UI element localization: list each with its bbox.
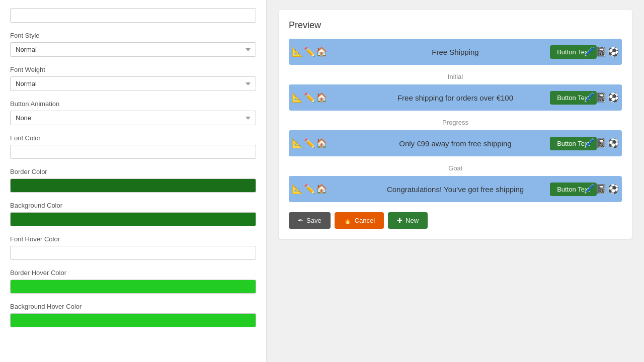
background-hover-color-group: Background Hover Color — [10, 303, 256, 327]
font-color-group: Font Color — [10, 134, 256, 159]
house-icon-2: 🏠 — [316, 93, 327, 102]
pencil-icon-3: ✏️ — [304, 139, 315, 148]
new-label: New — [406, 217, 419, 224]
preview-panel: Preview 📐 ✏️ 🏠 Free Shipping Button Text… — [267, 0, 644, 362]
save-label: Save — [306, 217, 321, 224]
supplies-left-4: 📐 ✏️ 🏠 — [289, 176, 334, 202]
font-style-label: Font Style — [10, 32, 256, 39]
preview-card: Preview 📐 ✏️ 🏠 Free Shipping Button Text… — [279, 10, 632, 239]
pen-icon-2: 🖊️ — [584, 93, 595, 102]
banner-section-progress: Progress 📐 ✏️ 🏠 Only €99 away from free … — [289, 119, 622, 156]
font-weight-select[interactable]: Normal Bold Lighter Bolder — [10, 76, 256, 91]
banner-free-shipping: 📐 ✏️ 🏠 Free Shipping Button Text 🖊️ 📓 ⚽ — [289, 39, 622, 65]
supplies-right-4: 🖊️ 📓 ⚽ — [577, 176, 622, 202]
border-color-label: Border Color — [10, 168, 256, 175]
border-hover-color-swatch[interactable] — [10, 280, 256, 294]
banner-section-free-shipping: 📐 ✏️ 🏠 Free Shipping Button Text 🖊️ 📓 ⚽ — [289, 39, 622, 65]
supplies-left-2: 📐 ✏️ 🏠 — [289, 84, 334, 111]
background-hover-color-swatch[interactable] — [10, 313, 256, 327]
soccer-icon-4: ⚽ — [608, 185, 619, 194]
banner-section-goal: Goal 📐 ✏️ 🏠 Congratulations! You've got … — [289, 164, 622, 202]
font-style-select[interactable]: Normal Italic Oblique — [10, 42, 256, 57]
soccer-icon-3: ⚽ — [608, 139, 619, 148]
pencil-icon-2: ✏️ — [304, 93, 315, 102]
border-color-swatch[interactable] — [10, 178, 256, 193]
section-label-initial: Initial — [289, 73, 622, 80]
soccer-icon-2: ⚽ — [608, 93, 619, 102]
house-icon-4: 🏠 — [316, 185, 327, 194]
ruler-icon-2: 📐 — [292, 93, 303, 102]
banner-progress: 📐 ✏️ 🏠 Only €99 away from free shipping … — [289, 130, 622, 156]
button-animation-select[interactable]: None Slide Fade Bounce — [10, 111, 256, 125]
ruler-icon-4: 📐 — [292, 185, 303, 194]
cancel-label: Cancel — [355, 217, 375, 224]
font-weight-group: Font Weight Normal Bold Lighter Bolder — [10, 66, 256, 91]
button-animation-group: Button Animation None Slide Fade Bounce — [10, 100, 256, 125]
font-size-group: 12px — [10, 8, 256, 23]
background-hover-color-label: Background Hover Color — [10, 303, 256, 310]
background-color-group: Background Color — [10, 202, 256, 226]
soccer-icon: ⚽ — [608, 47, 619, 56]
pen-icon-4: 🖊️ — [584, 185, 595, 194]
pen-icon-3: 🖊️ — [584, 139, 595, 148]
ruler-icon: 📐 — [292, 47, 303, 56]
background-color-swatch[interactable] — [10, 212, 256, 226]
font-hover-color-group: Font Hover Color — [10, 235, 256, 260]
font-size-input[interactable]: 12px — [10, 8, 256, 23]
font-hover-color-swatch[interactable] — [10, 246, 256, 260]
new-button[interactable]: ✚ New — [388, 212, 428, 229]
settings-panel: 12px Font Style Normal Italic Oblique Fo… — [0, 0, 267, 362]
pencil-icon-4: ✏️ — [304, 185, 315, 194]
cancel-icon: 🔥 — [344, 217, 352, 224]
banner-goal: 📐 ✏️ 🏠 Congratulations! You've got free … — [289, 176, 622, 202]
house-icon-3: 🏠 — [316, 139, 327, 148]
book-icon-2: 📓 — [596, 93, 607, 102]
banner-section-initial: Initial 📐 ✏️ 🏠 Free shipping for orders … — [289, 73, 622, 111]
cancel-button[interactable]: 🔥 Cancel — [335, 212, 384, 229]
new-icon: ✚ — [397, 217, 403, 224]
supplies-left-3: 📐 ✏️ 🏠 — [289, 130, 334, 156]
save-button[interactable]: ✒ Save — [289, 212, 331, 229]
book-icon-4: 📓 — [596, 185, 607, 194]
house-icon: 🏠 — [316, 47, 327, 56]
supplies-right-2: 🖊️ 📓 ⚽ — [577, 84, 622, 111]
font-style-group: Font Style Normal Italic Oblique — [10, 32, 256, 57]
supplies-right-3: 🖊️ 📓 ⚽ — [577, 130, 622, 156]
ruler-icon-3: 📐 — [292, 139, 303, 148]
supplies-left-1: 📐 ✏️ 🏠 — [289, 39, 334, 65]
section-label-progress: Progress — [289, 119, 622, 126]
save-icon: ✒ — [298, 217, 303, 224]
button-animation-label: Button Animation — [10, 100, 256, 108]
section-label-goal: Goal — [289, 164, 622, 172]
book-icon-3: 📓 — [596, 139, 607, 148]
banner-initial: 📐 ✏️ 🏠 Free shipping for orders over €10… — [289, 84, 622, 111]
border-hover-color-label: Border Hover Color — [10, 269, 256, 277]
action-buttons: ✒ Save 🔥 Cancel ✚ New — [289, 212, 622, 229]
font-weight-label: Font Weight — [10, 66, 256, 73]
border-hover-color-group: Border Hover Color — [10, 269, 256, 294]
preview-title: Preview — [289, 20, 622, 31]
supplies-right-1: 🖊️ 📓 ⚽ — [577, 39, 622, 65]
pen-icon: 🖊️ — [584, 47, 595, 56]
book-icon: 📓 — [596, 47, 607, 56]
border-color-group: Border Color — [10, 168, 256, 193]
font-color-swatch[interactable] — [10, 145, 256, 159]
pencil-icon: ✏️ — [304, 47, 315, 56]
background-color-label: Background Color — [10, 202, 256, 209]
font-hover-color-label: Font Hover Color — [10, 235, 256, 243]
font-color-label: Font Color — [10, 134, 256, 142]
